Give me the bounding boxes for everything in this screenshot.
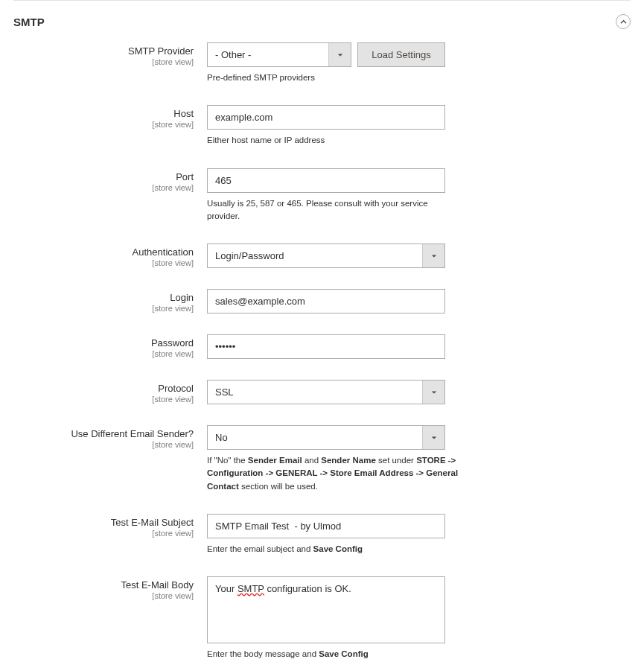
diff-sender-value: No [208,426,422,449]
collapse-toggle[interactable] [616,14,631,29]
test-body-input[interactable]: Your SMTP configuration is OK. [207,576,445,643]
diff-sender-label: Use Different Email Sender? [13,428,194,439]
scope-text: [store view] [13,183,194,192]
diff-sender-help: If "No" the Sender Email and Sender Name… [207,454,460,493]
test-body-label: Test E-Mail Body [13,579,194,591]
smtp-provider-select[interactable]: - Other - [207,42,351,67]
test-subject-input[interactable] [207,514,445,538]
chevron-up-icon [620,19,627,25]
host-help: Either host name or IP address [207,134,445,147]
scope-text: [store view] [13,120,194,129]
smtp-provider-label: SMTP Provider [13,45,194,57]
chevron-down-icon [422,426,444,449]
password-label: Password [13,337,194,348]
port-input[interactable] [207,168,445,193]
test-subject-help: Enter the email subject and Save Config [207,543,445,556]
scope-text: [store view] [13,395,194,404]
login-label: Login [13,292,194,303]
smtp-provider-help: Pre-defined SMTP providers [207,71,445,84]
load-settings-button[interactable]: Load Settings [357,42,445,67]
protocol-value: SSL [208,381,422,404]
host-label: Host [13,108,194,119]
protocol-select[interactable]: SSL [207,380,445,404]
scope-text: [store view] [13,591,194,600]
authentication-label: Authentication [13,246,194,258]
login-input[interactable] [207,289,445,314]
authentication-select[interactable]: Login/Password [207,244,445,268]
password-input[interactable] [207,334,445,359]
section-title: SMTP [13,16,45,28]
scope-text: [store view] [13,529,194,538]
scope-text: [store view] [13,440,194,449]
test-subject-label: Test E-Mail Subject [13,517,194,528]
diff-sender-select[interactable]: No [207,425,445,450]
chevron-down-icon [328,43,351,66]
port-label: Port [13,171,194,182]
protocol-label: Protocol [13,383,194,394]
smtp-provider-value: - Other - [208,43,328,66]
host-input[interactable] [207,105,445,130]
chevron-down-icon [422,381,444,404]
scope-text: [store view] [13,304,194,313]
chevron-down-icon [422,244,444,267]
authentication-value: Login/Password [208,244,422,267]
port-help: Usually is 25, 587 or 465. Please consul… [207,197,460,223]
scope-text: [store view] [13,349,194,358]
test-body-help: Enter the body message and Save Config [207,648,445,661]
scope-text: [store view] [13,57,194,66]
scope-text: [store view] [13,258,194,267]
